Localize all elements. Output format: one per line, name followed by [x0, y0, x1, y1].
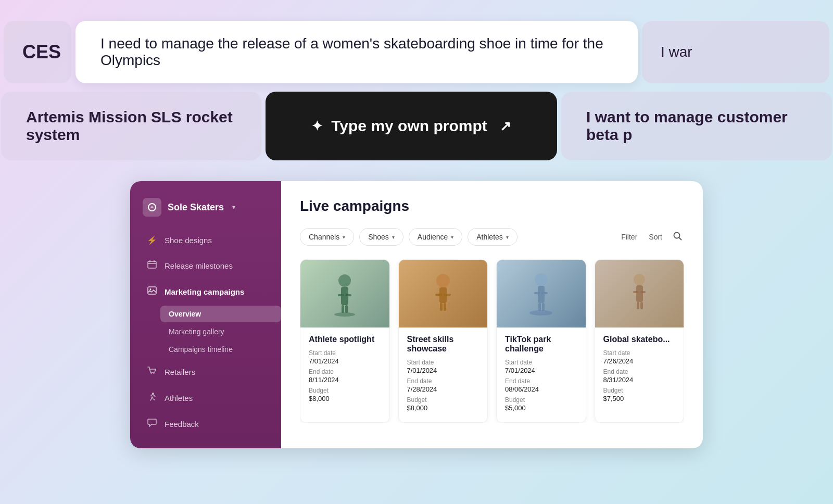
- customer-beta-prompt-option[interactable]: I want to manage customer beta p: [561, 92, 832, 160]
- sidebar-item-feedback[interactable]: Feedback: [134, 412, 277, 436]
- campaign-start-date: Start date 7/01/2024: [505, 359, 577, 374]
- campaign-name: Athlete spotlight: [309, 335, 381, 344]
- sidebar-logo: [143, 198, 161, 217]
- svg-rect-24: [444, 303, 446, 311]
- runner-icon: [147, 392, 157, 404]
- campaign-card-athlete-spotlight[interactable]: Athlete spotlight Start date 7/01/2024 E…: [300, 259, 390, 423]
- campaign-budget: Budget $5,000: [505, 396, 577, 412]
- campaign-image-tiktok-park: [497, 260, 586, 327]
- sidebar-sub-item-marketing-gallery[interactable]: Marketing gallery: [160, 323, 281, 340]
- app-window: Sole Skaters ▾ ⚡ Shoe designs Release mi…: [130, 181, 703, 448]
- campaign-budget: Budget $7,500: [603, 387, 676, 402]
- svg-point-7: [151, 373, 152, 374]
- svg-point-31: [529, 310, 552, 316]
- svg-rect-21: [435, 294, 443, 296]
- svg-rect-22: [444, 294, 451, 296]
- campaign-budget: Budget $8,000: [309, 387, 381, 402]
- svg-rect-28: [541, 292, 548, 294]
- campaign-name: Global skatebo...: [603, 335, 676, 344]
- filter-row: Channels ▾ Shoes ▾ Audience ▾ Athletes ▾…: [300, 227, 684, 247]
- campaign-card-street-skills[interactable]: Street skills showcase Start date 7/01/2…: [398, 259, 488, 423]
- campaign-info: Global skatebo... Start date 7/26/2024 E…: [595, 327, 684, 413]
- svg-rect-34: [633, 291, 639, 293]
- audience-filter[interactable]: Audience ▾: [409, 228, 462, 246]
- cart-icon: [147, 366, 157, 377]
- svg-rect-37: [640, 302, 643, 309]
- svg-point-32: [634, 274, 645, 285]
- filter-button[interactable]: Filter: [618, 229, 640, 245]
- campaign-end-date: End date 8/31/2024: [603, 368, 676, 384]
- sidebar-item-athletes[interactable]: Athletes: [134, 386, 277, 410]
- chat-icon: [147, 418, 157, 430]
- sparkle-icon: ✦: [311, 118, 323, 134]
- chevron-down-icon: ▾: [506, 234, 509, 240]
- svg-point-9: [152, 393, 154, 395]
- sidebar-item-release-milestones[interactable]: Release milestones: [134, 254, 277, 278]
- campaign-budget: Budget $8,000: [407, 396, 479, 412]
- sidebar-sub-item-campaigns-timeline[interactable]: Campaigns timeline: [160, 341, 281, 358]
- svg-rect-1: [148, 261, 156, 268]
- main-content: Live campaigns Channels ▾ Shoes ▾ Audien…: [281, 181, 703, 448]
- svg-rect-15: [345, 294, 351, 296]
- type-own-prompt-button[interactable]: ✦ Type my own prompt ↗: [266, 92, 557, 160]
- svg-point-6: [150, 288, 152, 290]
- svg-rect-35: [640, 291, 646, 293]
- sidebar-item-marketing-campaigns[interactable]: Marketing campaigns: [134, 280, 277, 304]
- chevron-down-icon: ▾: [343, 234, 345, 240]
- svg-rect-30: [542, 303, 545, 311]
- ces-label: CES: [4, 21, 71, 83]
- page-title: Live campaigns: [300, 198, 684, 215]
- svg-point-18: [334, 312, 355, 317]
- main-prompt-card[interactable]: I need to manage the release of a women'…: [75, 21, 638, 83]
- campaign-start-date: Start date 7/01/2024: [309, 349, 381, 365]
- chevron-down-icon: ▾: [392, 234, 395, 240]
- svg-rect-33: [636, 285, 643, 302]
- svg-point-8: [154, 373, 155, 374]
- svg-rect-36: [637, 302, 639, 309]
- chevron-down-icon: ▾: [232, 204, 235, 211]
- image-icon: [147, 286, 157, 297]
- calendar-icon: [147, 260, 157, 271]
- svg-point-12: [338, 274, 351, 287]
- search-icon[interactable]: [671, 227, 684, 247]
- campaign-name: Street skills showcase: [407, 335, 479, 354]
- sidebar-sub-items: Overview Marketing gallery Campaigns tim…: [130, 306, 281, 358]
- svg-point-19: [436, 274, 450, 287]
- campaign-image-street-skills: [399, 260, 488, 327]
- campaign-image-global-skatebo: [595, 260, 684, 327]
- campaign-image-athlete-spotlight: [300, 260, 389, 327]
- bolt-icon: ⚡: [147, 235, 157, 245]
- sidebar: Sole Skaters ▾ ⚡ Shoe designs Release mi…: [130, 181, 281, 448]
- campaign-info: Street skills showcase Start date 7/01/2…: [399, 327, 488, 422]
- campaign-end-date: End date 08/06/2024: [505, 377, 577, 393]
- right-edge-prompt: I war: [642, 21, 829, 83]
- svg-rect-26: [538, 286, 545, 303]
- svg-rect-14: [338, 294, 344, 296]
- artemis-prompt-option[interactable]: Artemis Mission SLS rocket system: [1, 92, 261, 160]
- campaign-info: TikTok park challenge Start date 7/01/20…: [497, 327, 586, 422]
- campaign-card-tiktok-park[interactable]: TikTok park challenge Start date 7/01/20…: [496, 259, 586, 423]
- campaigns-grid: Athlete spotlight Start date 7/01/2024 E…: [300, 259, 684, 423]
- sidebar-title: Sole Skaters: [168, 202, 224, 213]
- chevron-down-icon: ▾: [451, 234, 453, 240]
- campaign-card-global-skatebo[interactable]: Global skatebo... Start date 7/26/2024 E…: [595, 259, 685, 423]
- arrow-icon: ↗: [500, 118, 511, 134]
- svg-line-11: [679, 238, 681, 240]
- svg-rect-5: [148, 287, 156, 294]
- sort-button[interactable]: Sort: [646, 229, 665, 245]
- sidebar-header[interactable]: Sole Skaters ▾: [130, 194, 281, 227]
- sidebar-sub-item-overview[interactable]: Overview: [160, 306, 281, 322]
- campaign-start-date: Start date 7/01/2024: [407, 359, 479, 374]
- svg-rect-29: [538, 303, 541, 311]
- campaign-end-date: End date 7/28/2024: [407, 377, 479, 393]
- svg-point-25: [535, 273, 547, 286]
- campaign-name: TikTok park challenge: [505, 335, 577, 354]
- athletes-filter[interactable]: Athletes ▾: [468, 228, 518, 246]
- sidebar-item-shoe-designs[interactable]: ⚡ Shoe designs: [134, 229, 277, 251]
- svg-rect-17: [345, 305, 348, 313]
- shoes-filter[interactable]: Shoes ▾: [359, 228, 403, 246]
- campaign-end-date: End date 8/11/2024: [309, 368, 381, 384]
- sidebar-item-retailers[interactable]: Retailers: [134, 360, 277, 384]
- channels-filter[interactable]: Channels ▾: [300, 228, 354, 246]
- svg-rect-16: [342, 305, 344, 313]
